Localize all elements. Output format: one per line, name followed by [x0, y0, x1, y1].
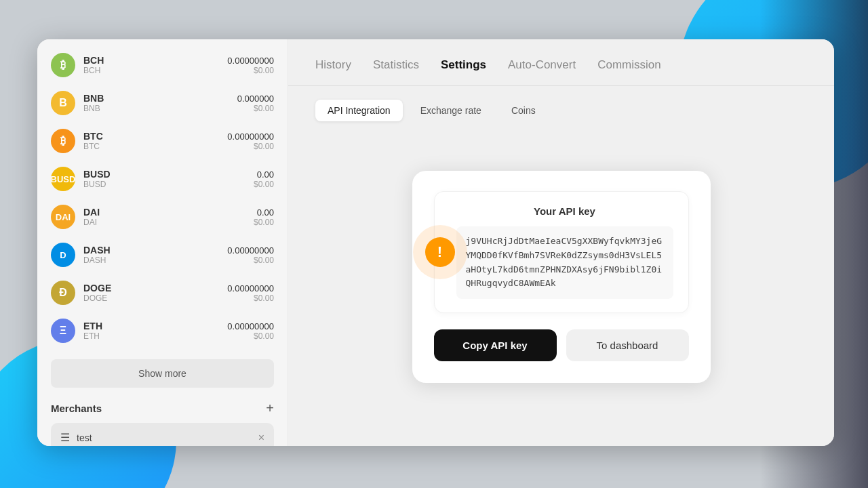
coin-ticker: BTC	[83, 142, 103, 151]
list-item[interactable]: ₿ BCH BCH 0.00000000 $0.00	[37, 46, 288, 84]
list-item[interactable]: D DASH DASH 0.00000000 $0.00	[37, 236, 288, 274]
coin-info-dash: DASH DASH	[83, 245, 111, 265]
coin-amount: 0.00	[254, 207, 274, 218]
sub-tab-coins[interactable]: Coins	[499, 100, 548, 121]
coin-values: 0.00 $0.00	[254, 207, 274, 227]
sub-tab-exchange-rate[interactable]: Exchange rate	[408, 100, 494, 121]
coin-info-doge: DOGE DOGE	[83, 283, 111, 303]
merchants-title: Merchants	[51, 403, 102, 414]
coin-ticker: BNB	[83, 104, 104, 113]
coin-ticker: DAI	[83, 218, 100, 227]
merchants-section: Merchants + ☰ test ×	[37, 401, 288, 446]
merchant-item[interactable]: ☰ test ×	[51, 423, 274, 446]
coin-info-dai: DAI DAI	[83, 207, 100, 227]
coin-values: 0.00 $0.00	[254, 169, 274, 189]
api-key-title: Your API key	[456, 205, 673, 217]
list-item[interactable]: Ξ ETH ETH 0.00000000 $0.00	[37, 312, 288, 350]
api-key-decoration: !	[413, 225, 467, 279]
coin-name: BTC	[83, 131, 103, 142]
tab-commission[interactable]: Commission	[597, 58, 661, 75]
coin-icon-bch: ₿	[51, 53, 75, 77]
coin-values: 0.000000 $0.00	[237, 94, 274, 113]
modal-overlay: ! Your API key j9VUHcRjJdDtMaeIeaCV5gXXB…	[288, 121, 834, 446]
api-key-value: j9VUHcRjJdDtMaeIeaCV5gXXBWyfqvkMY3jeGYMQ…	[456, 226, 673, 299]
coin-values: 0.00000000 $0.00	[227, 56, 274, 75]
show-more-button[interactable]: Show more	[51, 359, 274, 388]
coin-amount: 0.00000000	[227, 131, 274, 142]
coin-info-busd: BUSD BUSD	[83, 169, 111, 189]
coin-ticker: DASH	[83, 256, 111, 265]
coin-amount: 0.000000	[237, 94, 274, 104]
coin-usd: $0.00	[227, 256, 274, 265]
tab-statistics[interactable]: Statistics	[373, 58, 419, 75]
coin-list: ₿ BCH BCH 0.00000000 $0.00 B BNB BNB 0.0…	[37, 46, 288, 350]
coin-usd: $0.00	[227, 331, 274, 341]
coin-ticker: BCH	[83, 66, 104, 75]
coin-name: DAI	[83, 207, 100, 218]
merchant-name: test	[77, 432, 92, 443]
coin-name: DASH	[83, 245, 111, 256]
coin-usd: $0.00	[237, 104, 274, 113]
coin-values: 0.00000000 $0.00	[227, 283, 274, 303]
list-item[interactable]: B BNB BNB 0.000000 $0.00	[37, 84, 288, 122]
list-item[interactable]: Ð DOGE DOGE 0.00000000 $0.00	[37, 274, 288, 312]
list-item[interactable]: ₿ BTC BTC 0.00000000 $0.00	[37, 122, 288, 160]
coin-info-bnb: BNB BNB	[83, 93, 104, 113]
coin-usd: $0.00	[227, 293, 274, 303]
coin-icon-doge: Ð	[51, 281, 75, 305]
to-dashboard-button[interactable]: To dashboard	[566, 329, 689, 361]
coin-usd: $0.00	[254, 218, 274, 227]
coin-usd: $0.00	[227, 142, 274, 151]
sub-tab-api-integration[interactable]: API Integration	[315, 100, 403, 121]
coin-icon-btc: ₿	[51, 129, 75, 153]
coin-amount: 0.00000000	[227, 245, 274, 256]
coin-ticker: BUSD	[83, 180, 111, 189]
coin-amount: 0.00000000	[227, 56, 274, 66]
coin-values: 0.00000000 $0.00	[227, 245, 274, 265]
app-container: ₿ BCH BCH 0.00000000 $0.00 B BNB BNB 0.0…	[37, 39, 834, 446]
coin-ticker: DOGE	[83, 293, 111, 303]
coin-info-eth: ETH ETH	[83, 321, 102, 341]
sidebar: ₿ BCH BCH 0.00000000 $0.00 B BNB BNB 0.0…	[37, 39, 288, 446]
coin-icon-eth: Ξ	[51, 319, 75, 343]
exclamation-icon: !	[425, 237, 455, 267]
coin-info-btc: BTC BTC	[83, 131, 103, 151]
coin-usd: $0.00	[254, 180, 274, 189]
coin-icon-dash: D	[51, 243, 75, 267]
api-key-section: ! Your API key j9VUHcRjJdDtMaeIeaCV5gXXB…	[434, 191, 689, 313]
api-modal: ! Your API key j9VUHcRjJdDtMaeIeaCV5gXXB…	[412, 171, 711, 383]
modal-buttons: Copy API key To dashboard	[434, 329, 689, 361]
coin-name: BNB	[83, 93, 104, 104]
merchants-header: Merchants +	[51, 401, 274, 415]
merchant-left: ☰ test	[60, 431, 92, 444]
list-item[interactable]: DAI DAI DAI 0.00 $0.00	[37, 198, 288, 236]
coin-amount: 0.00	[254, 169, 274, 180]
coin-icon-busd: BUSD	[51, 167, 75, 191]
top-nav: History Statistics Settings Auto-Convert…	[288, 39, 834, 86]
coin-icon-dai: DAI	[51, 205, 75, 229]
list-item[interactable]: BUSD BUSD BUSD 0.00 $0.00	[37, 160, 288, 198]
coin-values: 0.00000000 $0.00	[227, 321, 274, 341]
coin-icon-bnb: B	[51, 91, 75, 115]
coin-ticker: ETH	[83, 331, 102, 341]
coin-values: 0.00000000 $0.00	[227, 131, 274, 151]
coin-amount: 0.00000000	[227, 283, 274, 293]
coin-name: ETH	[83, 321, 102, 331]
copy-api-key-button[interactable]: Copy API key	[434, 329, 557, 361]
merchant-close-button[interactable]: ×	[258, 432, 264, 444]
merchant-icon: ☰	[60, 431, 70, 444]
tab-auto-convert[interactable]: Auto-Convert	[508, 58, 576, 75]
tab-settings[interactable]: Settings	[441, 58, 486, 75]
add-merchant-button[interactable]: +	[266, 401, 274, 415]
coin-name: BCH	[83, 55, 104, 66]
coin-name: DOGE	[83, 283, 111, 293]
main-content: History Statistics Settings Auto-Convert…	[288, 39, 834, 446]
coin-name: BUSD	[83, 169, 111, 180]
sub-tabs: API Integration Exchange rate Coins	[288, 86, 834, 121]
coin-usd: $0.00	[227, 66, 274, 75]
coin-info-bch: BCH BCH	[83, 55, 104, 75]
tab-history[interactable]: History	[315, 58, 351, 75]
coin-amount: 0.00000000	[227, 321, 274, 331]
